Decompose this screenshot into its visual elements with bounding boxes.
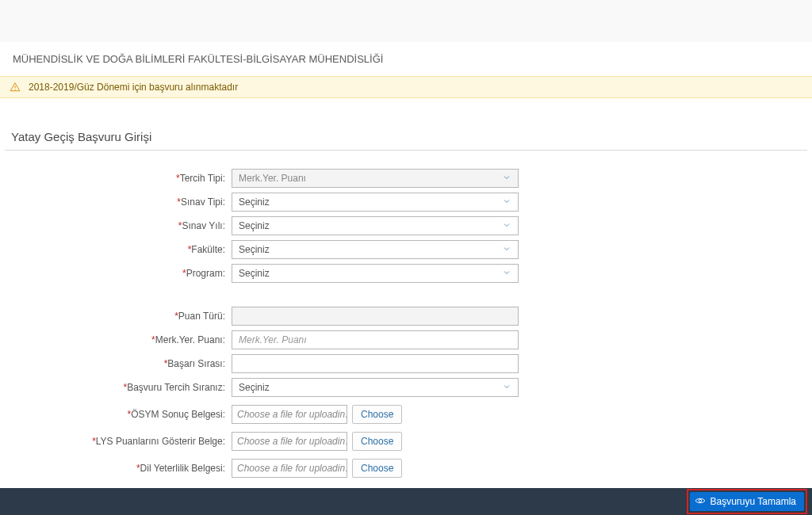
row-basvuru-tercih: *Başvuru Tercih Sıranız: Seçiniz xyxy=(0,377,812,398)
chevron-down-icon xyxy=(502,382,511,394)
label-program: *Program: xyxy=(0,268,232,279)
label-dil-yeterlilik: *Dil Yeterlilik Belgesi: xyxy=(0,463,232,474)
select-value: Seçiniz xyxy=(239,244,270,255)
select-value: Seçiniz xyxy=(239,268,270,279)
footer-bar: Başvuruyu Tamamla xyxy=(0,488,812,515)
label-tercih-tipi: *Tercih Tipi: xyxy=(0,173,232,184)
label-merk-yer-puani: *Merk.Yer. Puanı: xyxy=(0,334,232,345)
row-program: *Program: Seçiniz xyxy=(0,263,812,284)
row-basari-sirasi: *Başarı Sırası: xyxy=(0,353,812,374)
row-osym-sonuc: *ÖSYM Sonuç Belgesi: Choose a file for u… xyxy=(0,404,812,425)
choose-button-lys[interactable]: Choose xyxy=(352,432,402,451)
chevron-down-icon xyxy=(502,196,511,208)
eye-icon xyxy=(695,495,706,509)
complete-button[interactable]: Başvuruyu Tamamla xyxy=(690,492,805,511)
select-value: Seçiniz xyxy=(239,220,270,231)
input-basari-sirasi-wrap xyxy=(232,354,519,373)
chevron-down-icon xyxy=(502,220,511,232)
row-dil-yeterlilik: *Dil Yeterlilik Belgesi: Choose a file f… xyxy=(0,458,812,479)
row-sinav-yili: *Sınav Yılı: Seçiniz xyxy=(0,216,812,236)
warning-icon xyxy=(10,82,21,93)
input-merk-yer-puani[interactable] xyxy=(239,331,511,349)
file-box-osym[interactable]: Choose a file for uploadin… xyxy=(232,405,347,424)
complete-highlight: Başvuruyu Tamamla xyxy=(687,489,808,514)
faculty-title: MÜHENDİSLİK VE DOĞA BİLİMLERİ FAKÜLTESİ-… xyxy=(0,42,812,76)
label-osym-sonuc: *ÖSYM Sonuç Belgesi: xyxy=(0,409,232,420)
label-basari-sirasi: *Başarı Sırası: xyxy=(0,358,232,369)
label-basvuru-tercih: *Başvuru Tercih Sıranız: xyxy=(0,382,232,393)
label-fakulte: *Fakülte: xyxy=(0,244,232,255)
label-puan-turu: *Puan Türü: xyxy=(0,311,232,322)
svg-point-1 xyxy=(14,89,15,90)
select-value: Seçiniz xyxy=(239,196,270,208)
select-basvuru-tercih[interactable]: Seçiniz xyxy=(232,378,519,397)
select-tercih-tipi[interactable]: Merk.Yer. Puanı xyxy=(232,169,519,188)
warning-text: 2018-2019/Güz Dönemi için başvuru alınma… xyxy=(29,82,238,93)
label-sinav-yili: *Sınav Yılı: xyxy=(0,220,232,231)
select-sinav-yili[interactable]: Seçiniz xyxy=(232,216,519,235)
label-lys-puan: *LYS Puanlarını Gösterir Belge: xyxy=(0,436,232,447)
row-fakulte: *Fakülte: Seçiniz xyxy=(0,239,812,260)
input-basari-sirasi[interactable] xyxy=(239,355,511,372)
section-title: Yatay Geçiş Başvuru Girişi xyxy=(5,130,807,151)
file-box-dil[interactable]: Choose a file for uploadin… xyxy=(232,459,347,478)
complete-label: Başvuruyu Tamamla xyxy=(710,496,797,507)
select-sinav-tipi[interactable]: Seçiniz xyxy=(232,193,519,212)
select-value: Seçiniz xyxy=(239,382,270,393)
input-puan-turu xyxy=(232,307,519,326)
label-sinav-tipi: *Sınav Tipi: xyxy=(0,196,232,208)
choose-button-dil[interactable]: Choose xyxy=(352,459,402,478)
row-sinav-tipi: *Sınav Tipi: Seçiniz xyxy=(0,192,812,212)
row-merk-yer-puani: *Merk.Yer. Puanı: xyxy=(0,330,812,350)
select-program[interactable]: Seçiniz xyxy=(232,264,519,283)
choose-button-osym[interactable]: Choose xyxy=(352,405,402,424)
file-box-lys[interactable]: Choose a file for uploadin… xyxy=(232,432,347,451)
top-bar xyxy=(0,0,812,42)
input-merk-yer-puani-wrap xyxy=(232,330,519,349)
chevron-down-icon xyxy=(502,244,511,256)
row-puan-turu: *Puan Türü: xyxy=(0,306,812,326)
select-fakulte[interactable]: Seçiniz xyxy=(232,240,519,259)
svg-point-2 xyxy=(699,499,702,502)
form-area: *Tercih Tipi: Merk.Yer. Puanı *Sınav Tip… xyxy=(0,168,812,479)
chevron-down-icon xyxy=(502,268,511,280)
chevron-down-icon xyxy=(502,173,511,185)
row-lys-puan: *LYS Puanlarını Gösterir Belge: Choose a… xyxy=(0,431,812,452)
row-tercih-tipi: *Tercih Tipi: Merk.Yer. Puanı xyxy=(0,168,812,189)
warning-bar: 2018-2019/Güz Dönemi için başvuru alınma… xyxy=(0,76,812,98)
select-value: Merk.Yer. Puanı xyxy=(239,173,306,184)
